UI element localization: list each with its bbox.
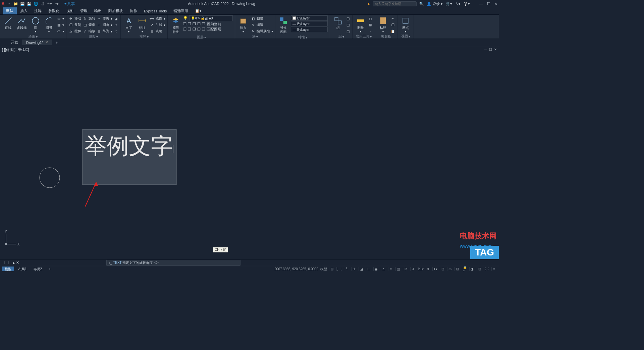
layer-props-button[interactable]: 图层特性 — [170, 15, 182, 35]
polyline-button[interactable]: 多段线 — [15, 15, 28, 31]
scale-icon[interactable]: 1:1▾ — [418, 267, 423, 272]
cut-button[interactable]: ✂ — [390, 15, 395, 21]
cart-icon[interactable]: 🛒▾ — [445, 2, 452, 6]
layer-tool-icon[interactable]: ❐ — [183, 22, 186, 26]
layer-state-icon[interactable]: 💡 — [183, 16, 188, 20]
isolate-icon[interactable]: ◑ — [469, 267, 475, 272]
close-tab-icon[interactable]: ✕ — [45, 40, 48, 45]
group-button[interactable]: 组 — [332, 15, 344, 31]
layout2-tab[interactable]: 布局2 — [31, 267, 45, 272]
annotation-scale-icon[interactable]: Ａ — [410, 267, 416, 272]
linetype-dropdown[interactable]: — ByLayer — [291, 21, 328, 26]
group-bbox-button[interactable]: ◫ — [345, 28, 350, 34]
arc-button[interactable]: 圆弧▾ — [43, 15, 55, 34]
rectangle-button[interactable]: ▭▾ — [56, 15, 64, 21]
polar-icon[interactable]: ✛ — [351, 267, 357, 272]
undo-icon[interactable]: ↶▾ — [47, 1, 52, 6]
new-icon[interactable]: ▫ — [7, 1, 11, 6]
command-input[interactable]: ▸_ TEXT 指定文字的旋转角度 <0>: — [106, 260, 240, 266]
layer-tool9-icon[interactable]: ❐ — [197, 27, 201, 32]
leader-button[interactable]: ↗引线 ▾ — [150, 22, 165, 28]
hatch-button[interactable]: ▦▾ — [56, 22, 64, 28]
drawing-area[interactable]: [-][俯视][二维线框] — ☐ ✕ 举例文字 X Y CH ♪ 简 电脑技术… — [0, 46, 499, 259]
lineweight-dropdown[interactable]: — ByLayer — [291, 27, 328, 32]
save-icon[interactable]: 💾 — [20, 1, 25, 6]
select-button[interactable]: ◻ — [368, 15, 373, 21]
search-input[interactable] — [373, 1, 417, 6]
create-block-button[interactable]: ◧创建 — [251, 15, 273, 21]
layer-tool8-icon[interactable]: ❐ — [193, 27, 196, 32]
match-props-button[interactable]: 特性匹配 — [277, 15, 289, 35]
layer-tool3-icon[interactable]: ❐ — [193, 22, 196, 26]
explode-button[interactable]: ✦ — [114, 22, 118, 28]
anno-monitor-icon[interactable]: ⊡ — [440, 267, 445, 272]
array-button[interactable]: ⊞阵列 ▾ — [97, 28, 112, 34]
offset-button[interactable]: ⊂ — [114, 28, 118, 34]
vp-close-icon[interactable]: ✕ — [494, 48, 497, 51]
add-layout-button[interactable]: + — [46, 267, 53, 271]
search-icon[interactable]: 🔍 — [419, 2, 424, 6]
new-tab-button[interactable]: + — [52, 40, 61, 45]
tab-parametric[interactable]: 参数化 — [45, 7, 63, 14]
text-button[interactable]: A文字▾ — [123, 15, 135, 34]
trim-button[interactable]: ✂修剪 ▾ — [97, 15, 112, 21]
login-button[interactable]: 👤 登录 ▾ — [427, 1, 443, 6]
lwt-icon[interactable]: ≡ — [388, 267, 393, 272]
3dosnap-icon[interactable]: ◉ — [373, 267, 379, 272]
color-dropdown[interactable]: ByLayer — [291, 15, 328, 21]
layer-tool4-icon[interactable]: ❐ — [197, 22, 201, 26]
vp-minimize-icon[interactable]: — — [484, 48, 487, 51]
fillet-button[interactable]: ⌐圆角 ▾ — [97, 22, 112, 28]
vp-maximize-icon[interactable]: ☐ — [489, 48, 492, 51]
line-button[interactable]: 直线 — [2, 15, 14, 31]
units-icon[interactable]: ▭ — [447, 267, 452, 272]
tab-express[interactable]: Express Tools — [141, 8, 170, 14]
app-menu-icon[interactable]: Ａ▾ — [455, 1, 461, 6]
share-button[interactable]: ✈共享 — [64, 1, 75, 6]
quick-props-icon[interactable]: ⊡ — [454, 267, 460, 272]
layer-tool6-icon[interactable]: ❐ — [183, 27, 186, 32]
otrack-icon[interactable]: ∠ — [381, 267, 386, 272]
move-button[interactable]: ✥移动 — [68, 15, 81, 21]
layer-tool7-icon[interactable]: ❐ — [188, 27, 191, 32]
web-icon[interactable]: 🌐 — [34, 1, 38, 6]
point-button[interactable]: · — [368, 28, 373, 34]
model-tab[interactable]: 模型 — [2, 267, 14, 272]
rotate-button[interactable]: ↻旋转 — [83, 15, 95, 21]
dimension-button[interactable]: 标注▾ — [136, 15, 148, 34]
ellipse-button[interactable]: ⬭▾ — [56, 28, 64, 34]
layer-tool2-icon[interactable]: ❐ — [188, 22, 191, 26]
cmd-customize-icon[interactable]: ✕ — [16, 260, 19, 265]
ungroup-button[interactable]: ◫ — [345, 15, 350, 21]
edit-attr-button[interactable]: ✎编辑属性 ▾ — [251, 28, 273, 34]
edit-block-button[interactable]: ✎编辑 — [251, 22, 273, 28]
start-tab[interactable]: 开始 — [7, 39, 22, 46]
tab-view[interactable]: 视图 — [63, 7, 77, 14]
calc-button[interactable]: ⊞ — [368, 22, 373, 28]
scale-button[interactable]: ⤢缩放 — [83, 28, 95, 34]
tab-more-icon[interactable]: 📋▾ — [192, 8, 205, 14]
mirror-button[interactable]: ◫镜像 — [83, 22, 95, 28]
tab-insert[interactable]: 插入 — [17, 7, 31, 14]
clean-screen-icon[interactable]: ⛶ — [484, 267, 489, 272]
circle-button[interactable]: 圆▾ — [30, 15, 42, 34]
group-edit-button[interactable]: ◫ — [345, 22, 350, 28]
lock-ui-icon[interactable]: 🔒▾ — [462, 267, 467, 272]
layer-tool5-icon[interactable]: ❐ — [202, 22, 205, 26]
tab-manage[interactable]: 管理 — [77, 7, 91, 14]
insert-block-button[interactable]: 插入▾ — [237, 15, 249, 34]
copy-clip-button[interactable]: ❐ — [390, 22, 395, 28]
copy-button[interactable]: ❐复制 — [68, 22, 81, 28]
tab-collab[interactable]: 协作 — [126, 7, 141, 14]
linear-button[interactable]: ⟷线性 ▾ — [150, 15, 165, 21]
transparency-icon[interactable]: ◫ — [395, 267, 401, 272]
minimize-button[interactable]: — — [479, 2, 483, 6]
erase-button[interactable]: ◢ — [114, 15, 118, 21]
osnap-icon[interactable]: ∟ — [366, 267, 371, 272]
cmd-history-icon[interactable]: ▴ — [13, 260, 15, 265]
customize-icon[interactable]: ≡ — [491, 267, 497, 272]
ortho-icon[interactable]: └ — [344, 267, 349, 272]
match-layer-button[interactable]: 匹配图层 — [207, 27, 221, 32]
tab-featured[interactable]: 精选应用 — [170, 7, 192, 14]
base-button[interactable]: 基点▾ — [399, 15, 412, 34]
